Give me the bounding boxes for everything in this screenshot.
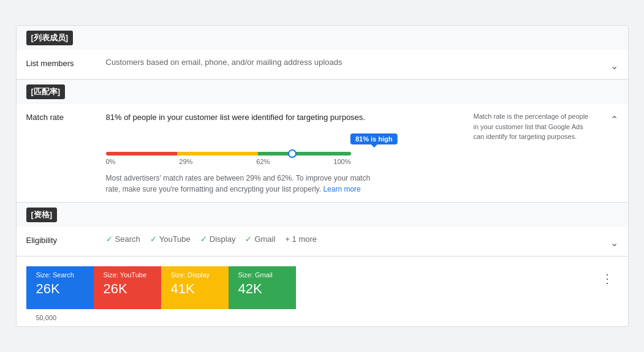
- check-gmail: ✓ Gmail: [245, 234, 275, 244]
- list-members-description: Customers based on email, phone, and/or …: [106, 58, 594, 67]
- match-rate-action: ⌃: [594, 111, 618, 195]
- size-bottom-label: 50,000: [36, 314, 57, 321]
- check-search-icon: ✓: [106, 234, 113, 244]
- progress-label-0: 0%: [106, 158, 116, 165]
- bar-blocks: Size: Search 26K Size: YouTube 26K Size:…: [26, 266, 596, 309]
- bar-youtube-label: Size: YouTube: [104, 271, 151, 279]
- list-members-label: List members: [26, 58, 106, 68]
- match-rate-chevron-icon[interactable]: ⌃: [610, 114, 618, 125]
- list-members-header: [列表成员]: [17, 26, 628, 50]
- match-note: Most advertisers' match rates are betwee…: [106, 173, 382, 195]
- eligibility-action: ⌄: [594, 234, 618, 249]
- more-label: + 1 more: [285, 234, 317, 244]
- eligibility-checks: ✓ Search ✓ YouTube ✓ Display ✓ Gmail: [106, 234, 594, 244]
- progress-label-100: 100%: [333, 158, 350, 165]
- match-rate-label: Match rate: [26, 111, 106, 195]
- bar-display-label: Size: Display: [171, 271, 219, 279]
- bar-gmail-label: Size: Gmail: [238, 271, 286, 279]
- bar-gmail-value: 42K: [238, 281, 286, 297]
- bar-block-youtube: Size: YouTube 26K: [94, 266, 161, 309]
- eligibility-label: Eligibility: [26, 234, 106, 245]
- check-youtube-label: YouTube: [159, 234, 191, 244]
- eligibility-section: [资格] Eligibility ✓ Search ✓ YouTube ✓ Di…: [17, 203, 628, 257]
- eligibility-tag: [资格]: [26, 208, 58, 222]
- bar-youtube-value: 26K: [104, 281, 151, 297]
- progress-labels: 0% 29% 62% 100%: [106, 158, 351, 165]
- list-members-action: ⌄: [594, 58, 618, 72]
- match-rate-header: [匹配率]: [17, 80, 628, 104]
- bar-block-display: Size: Display 41K: [161, 266, 229, 309]
- list-members-tag: [列表成员]: [26, 31, 74, 45]
- eligibility-header: [资格]: [17, 203, 628, 227]
- match-rate-description: 81% of people in your customer list were…: [106, 111, 459, 124]
- bar-search-label: Size: Search: [36, 271, 84, 279]
- match-rate-tag: [匹配率]: [26, 84, 66, 99]
- list-members-row: List members Customers based on email, p…: [17, 50, 628, 79]
- progress-marker: [288, 149, 297, 158]
- size-bottom: 50,000: [26, 309, 596, 326]
- size-bars-section: Size: Search 26K Size: YouTube 26K Size:…: [17, 257, 628, 326]
- match-rate-row: Match rate 81% of people in your custome…: [17, 104, 628, 202]
- list-members-section: [列表成员] List members Customers based on e…: [17, 26, 628, 80]
- list-members-chevron-icon[interactable]: ⌄: [610, 60, 618, 72]
- learn-more-link[interactable]: Learn more: [323, 185, 360, 193]
- match-rate-section: [匹配率] Match rate 81% of people in your c…: [17, 80, 628, 203]
- main-container: [列表成员] List members Customers based on e…: [16, 25, 629, 327]
- size-bars-content: Size: Search 26K Size: YouTube 26K Size:…: [26, 266, 596, 326]
- check-search-label: Search: [115, 234, 140, 244]
- bar-block-search: Size: Search 26K: [26, 266, 94, 309]
- progress-container: 81% is high 0% 29% 62% 100%: [106, 133, 459, 165]
- eligibility-content: ✓ Search ✓ YouTube ✓ Display ✓ Gmail: [106, 234, 594, 244]
- check-youtube-icon: ✓: [150, 234, 157, 244]
- check-search: ✓ Search: [106, 234, 140, 244]
- check-display-label: Display: [210, 234, 236, 244]
- bar-display-value: 41K: [171, 281, 219, 297]
- bar-block-gmail: Size: Gmail 42K: [229, 266, 296, 309]
- progress-label-62: 62%: [256, 158, 270, 165]
- match-rate-left: 81% of people in your customer list were…: [106, 111, 459, 195]
- check-display: ✓ Display: [200, 234, 236, 244]
- check-youtube: ✓ YouTube: [150, 234, 191, 244]
- bar-search-value: 26K: [36, 281, 84, 297]
- match-rate-side-note: Match rate is the percentage of people i…: [459, 111, 594, 195]
- progress-label-29: 29%: [179, 158, 192, 165]
- progress-bar-track: [106, 152, 351, 155]
- eligibility-row: Eligibility ✓ Search ✓ YouTube ✓ Display: [17, 227, 628, 256]
- eligibility-chevron-icon[interactable]: ⌄: [610, 237, 618, 249]
- check-display-icon: ✓: [200, 234, 207, 244]
- check-gmail-label: Gmail: [254, 234, 275, 244]
- dots-menu-button[interactable]: ⋮: [596, 266, 618, 291]
- progress-tooltip: 81% is high: [350, 133, 398, 144]
- check-gmail-icon: ✓: [245, 234, 252, 244]
